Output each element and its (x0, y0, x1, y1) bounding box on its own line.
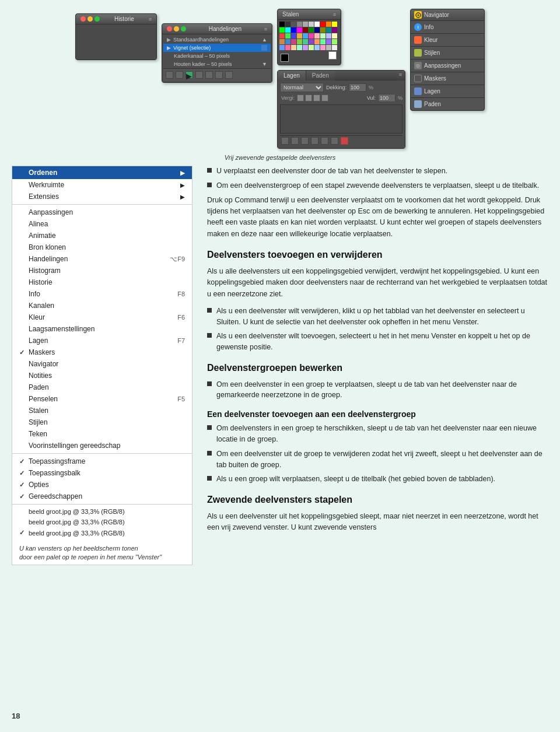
paden-right-item: Paden (411, 98, 484, 110)
menu-item-voorinstellingen[interactable]: Voorinstellingen gereedschap (12, 440, 192, 451)
paden-right-label: Paden (424, 101, 441, 107)
bullet-icon-6 (207, 425, 212, 430)
heading-3: Een deelvenster toevoegen aan een deelve… (207, 409, 548, 419)
stalen-title: Stalen (282, 11, 299, 17)
menu-item-paden[interactable]: Paden (12, 381, 192, 393)
handelingen-titlebar: Handelingen ≡ (162, 24, 272, 34)
menu-item-werkruimte[interactable]: Werkruimte ▶ (12, 179, 192, 191)
aanpassingen-item: ◎ Aanpassingen (411, 59, 484, 72)
bullet-text-5: Om een deelvenster in een groep te verpl… (216, 379, 548, 401)
kleur-item: Kleur (411, 34, 484, 47)
bullet-item-2: Om een deelvenstergroep of een stapel zw… (207, 180, 548, 191)
body-text-1: Druk op Command terwijl u een deelvenste… (207, 195, 548, 240)
bullet-item-4: Als u een deelvenster wilt toevoegen, se… (207, 331, 548, 353)
lagen-opacity-input[interactable] (349, 83, 366, 92)
body-text-3: Als u een deelvenster uit het koppelings… (207, 511, 548, 534)
aanpassingen-label: Aanpassingen (424, 62, 461, 69)
handelingen-row3: Houten kader – 50 pixels ▼ (163, 60, 271, 68)
lagen-right-label: Lagen (424, 88, 440, 94)
menu-item-extensies[interactable]: Extensies ▶ (12, 191, 192, 202)
bullet-text-4: Als u een deelvenster wilt toevoegen, se… (216, 331, 548, 353)
handelingen-title: Handelingen (186, 26, 264, 32)
menu-item-opties[interactable]: ✓ Opties (12, 479, 192, 491)
bullet-text-7: Om een deelvenster uit de groep te verwi… (216, 449, 548, 471)
menu-item-teken[interactable]: Teken (12, 428, 192, 440)
heading-2: Deelvenstergroepen bewerken (207, 362, 548, 374)
menu-item-navigator[interactable]: Navigator (12, 358, 192, 370)
menu-item-beeld2[interactable]: beeld groot.jpg @ 33,3% (RGB/8) (12, 517, 192, 527)
menu-item-animatie[interactable]: Animatie (12, 230, 192, 241)
historie-body (76, 24, 156, 59)
maskers-label: Maskers (424, 75, 446, 82)
menu-item-notities[interactable]: Notities (12, 370, 192, 381)
menu-item-aanpassingen[interactable]: Aanpassingen (12, 206, 192, 218)
stijlen-label: Stijlen (424, 50, 440, 56)
kleur-label: Kleur (424, 37, 438, 43)
menu-item-laagsamenstellingen[interactable]: Laagsamenstellingen (12, 323, 192, 335)
image-caption: Vrij zwevende gestapelde deelvensters (0, 154, 560, 161)
menu-item-beeld3[interactable]: ✓ beeld groot.jpg @ 33,3% (RGB/8) (12, 527, 192, 538)
panel-historie: Historie ≡ (75, 13, 157, 60)
menu-item-lagen[interactable]: Lagen F7 (12, 335, 192, 346)
panel-lagen: Lagen Paden ≡ Normaal Dekking: % Vergi: (277, 70, 405, 149)
right-panel-stack: Navigator i Info Kleur Stijlen ◎ Aanpass… (410, 9, 485, 111)
navigator-header: Navigator (411, 9, 484, 21)
menu-item-bron-klonen[interactable]: Bron klonen (12, 241, 192, 253)
heading-4: Zwevende deelvensters stapelen (207, 494, 548, 506)
stalen-body (278, 20, 341, 65)
lagen-tab-active[interactable]: Lagen (278, 71, 306, 80)
lagen-fill-input[interactable] (378, 94, 396, 102)
maskers-item: Maskers (411, 72, 484, 85)
bullet-item-1: U verplaatst een deelvenster door de tab… (207, 166, 548, 177)
menu-item-ordenen[interactable]: Ordenen ▶ (12, 166, 192, 179)
handelingen-row-selected: ▶ Vignet (selectie) (163, 44, 271, 52)
bullet-item-7: Om een deelvenster uit de groep te verwi… (207, 449, 548, 471)
menu-item-beeld1[interactable]: beeld groot.jpg @ 33,3% (RGB/8) (12, 506, 192, 517)
handelingen-row: ▶ Standsaardhandelingen ▲ (163, 36, 271, 44)
menu-item-stalen[interactable]: Stalen (12, 405, 192, 416)
bullet-item-6: Om deelvensters in een groep te herschik… (207, 423, 548, 445)
lagen-body: Normaal Dekking: % Vergi: Vul: (278, 80, 405, 148)
lagen-menu-btn[interactable]: ≡ (396, 71, 405, 80)
historie-titlebar: Historie ≡ (76, 14, 156, 24)
bullet-text-2: Om een deelvenstergroep of een stapel zw… (216, 180, 539, 191)
right-content: U verplaatst een deelvenster door de tab… (192, 166, 548, 565)
left-menu: Ordenen ▶ Werkruimte ▶ Extensies ▶ Aanpa… (12, 166, 192, 565)
historie-title: Historie (100, 16, 149, 22)
menu-item-gereedschappen[interactable]: ✓ Gereedschappen (12, 491, 192, 502)
heading-1: Deelvensters toevoegen en verwijderen (207, 249, 548, 261)
handelingen-row2: Kaderkanaal – 50 pixels (163, 52, 271, 60)
menu-item-info[interactable]: Info F8 (12, 288, 192, 300)
bullet-text-1: U verplaatst een deelvenster door de tab… (216, 166, 447, 177)
bullet-icon-1 (207, 168, 212, 173)
bullet-icon-4 (207, 333, 212, 338)
bullet-text-8: Als u een groep wilt verplaatsen, sleept… (216, 474, 495, 485)
menu-item-stijlen[interactable]: Stijlen (12, 416, 192, 428)
lagen-right-item: Lagen (411, 85, 484, 98)
lagen-mode-select[interactable]: Normaal (280, 83, 324, 92)
bullet-icon-2 (207, 183, 212, 187)
panel-stalen: Stalen ≡ (277, 9, 341, 65)
page-number: 18 (12, 712, 20, 720)
menu-item-handelingen[interactable]: Handelingen ⌥F9 (12, 253, 192, 265)
info-item: i Info (411, 21, 484, 34)
stalen-lagen-area: Stalen ≡ (277, 9, 405, 149)
menu-item-toepassingsframe[interactable]: ✓ Toepassingsframe (12, 456, 192, 467)
menu-item-kanalen[interactable]: Kanalen (12, 300, 192, 311)
menu-item-histogram[interactable]: Histogram (12, 265, 192, 276)
menu-item-toepassingsbalk[interactable]: ✓ Toepassingsbalk (12, 467, 192, 479)
menu-item-alinea[interactable]: Alinea (12, 218, 192, 230)
lagen-tab-paden[interactable]: Paden (306, 71, 335, 80)
menu-item-penselen[interactable]: Penselen F5 (12, 393, 192, 405)
menu-item-historie[interactable]: Historie (12, 276, 192, 288)
bullet-item-3: Als u een deelvenster wilt verwijderen, … (207, 306, 548, 328)
menu-caption: U kan vensters op het beeldscherm tonend… (12, 538, 192, 565)
stijlen-item: Stijlen (411, 47, 484, 59)
bullet-text-3: Als u een deelvenster wilt verwijderen, … (216, 306, 548, 328)
panel-handelingen: Handelingen ≡ ▶ Standsaardhandelingen ▲ … (162, 23, 272, 83)
menu-item-kleur[interactable]: Kleur F6 (12, 311, 192, 323)
bullet-item-8: Als u een groep wilt verplaatsen, sleept… (207, 474, 548, 485)
menu-item-maskers[interactable]: ✓ Maskers (12, 346, 192, 358)
bullet-item-5: Om een deelvenster in een groep te verpl… (207, 379, 548, 401)
navigator-label: Navigator (424, 12, 449, 18)
